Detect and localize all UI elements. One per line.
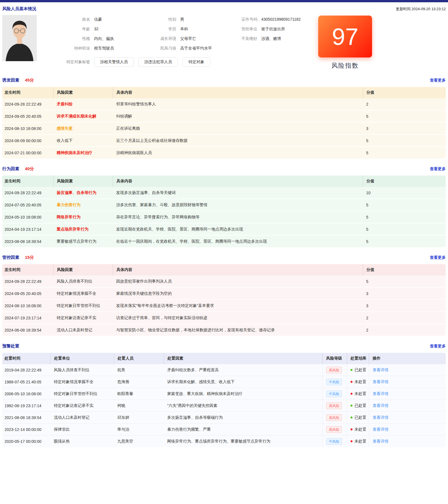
table-row: 2024-05-10 16:08:00网络异常行为存在异常言论、异常搜索行为、异… (2, 211, 446, 223)
cell-risk-level: 高风险 (322, 400, 347, 411)
cell-score: 2 (363, 324, 446, 336)
result-status-text: 已处置 (354, 403, 366, 408)
tag-chip[interactable]: 涉违法犯罪人员 (138, 57, 178, 67)
cell-disposal-result: 已处置 (347, 364, 369, 376)
field-value: 430502199809171182 (261, 17, 301, 22)
cell-disposal-unit: 风险人员排查不到位 (50, 364, 114, 376)
result-status-dot (351, 393, 353, 395)
cell-risk-factor: 矛盾纠纷 (53, 98, 113, 110)
cell-score: 3 (363, 300, 446, 311)
column-header: 分值 (363, 264, 446, 276)
table-row: 2024-09-05 20:40:05特定对象情况掌握不全家庭情况等关键信息字段… (2, 287, 446, 299)
view-more-link[interactable]: 查看更多 (430, 255, 446, 260)
top-accent-bar (0, 0, 448, 2)
cell-score: 5 (363, 135, 446, 146)
cell-risk-level: 中风险 (322, 435, 347, 447)
risk-index-label: 风险指数 (318, 61, 372, 70)
view-detail-link[interactable]: 查看详情 (373, 439, 388, 444)
profile-field: 性别男 (152, 17, 240, 22)
cell-disposal-factor: 矛盾纠纷次数多、严重程度高 (164, 364, 322, 376)
cell-detail-content: 涉精神疾病就医人员 (113, 147, 363, 159)
cell-risk-factor: 重要敏感节点异常行为 (53, 236, 113, 247)
profile-section: 姓名伍豪性别男证件号码430502199809171182年龄32学历本科管控单… (2, 15, 446, 70)
table-row: 1992-08-19 23:17:14特定对象访查记录不实柯晓“六失”诱因中的关… (2, 400, 446, 411)
field-value: 伍豪 (94, 17, 102, 22)
field-label: 成长环境 (152, 36, 176, 41)
profile-field: 特种职业校车驾驶员 (58, 46, 152, 51)
profile-field: 民风习俗高于全省平均水平 (152, 46, 240, 51)
table-row: 2024-07-05 20:40:05暴力伤害行为涉多次伤害、家庭暴力、斗殴、故… (2, 198, 446, 211)
cell-occur-time: 2024-09-28 22:22:49 (2, 187, 53, 198)
tag-chip[interactable]: 涉相关警情人员 (94, 57, 134, 67)
cell-disposal-time: 2019-04-28 22:22:49 (2, 364, 50, 376)
result-status-dot (351, 369, 353, 371)
cell-detail-content: 发现近期在党政机关、学校、医院、景区、商圈等同一地点周边多次出现 (113, 223, 363, 235)
cell-risk-level: 中风险 (322, 388, 347, 400)
column-header: 处置因素 (164, 353, 322, 364)
table-body: 2024-09-28 22:22:49矛盾纠纷邻里等纠纷警情当事人22024-0… (2, 98, 446, 159)
field-label: 民风习俗 (152, 46, 176, 51)
view-detail-link[interactable]: 查看详情 (373, 403, 388, 408)
field-label: 管控单位 (240, 27, 257, 32)
profile-field-row: 特种职业校车驾驶员民风习俗高于全省平均水平 (58, 46, 318, 51)
cell-disposal-result: 已处置 (347, 412, 369, 423)
cell-detail-content: 近三个月及以上无公积金或社保缴存数据 (113, 135, 363, 146)
tag-chip[interactable]: 特定对象 (182, 57, 210, 67)
cell-occur-time: 2024-08-10 16:08:00 (2, 123, 53, 134)
view-more-link[interactable]: 查看更多 (430, 166, 446, 172)
profile-field: 学历本科 (152, 27, 240, 32)
section-header: 行为因素 40分 查看更多 (2, 166, 446, 172)
table-row: 2024-08-10 16:08:00感情失意正在诉讼离婚3 (2, 122, 446, 134)
person-portrait-image (2, 15, 37, 61)
column-header: 分值 (363, 87, 446, 98)
view-detail-link[interactable]: 查看详情 (373, 415, 388, 420)
cell-score: 5 (363, 211, 446, 223)
cell-action: 查看详情 (369, 412, 446, 423)
view-more-link[interactable]: 查看更多 (430, 78, 446, 83)
profile-field: 管控单位坡子街派出所 (240, 27, 318, 32)
cell-occur-time: 2024-04-19 23:17:14 (2, 223, 53, 235)
cell-detail-content: 发现未落实“每半年全面走访考察一次特定对象”基本要求 (113, 300, 363, 311)
cell-detail-content: 存在异常言论、异常搜索行为、异常网络购物等 (113, 211, 363, 223)
cell-risk-factor: 重点场所异常行为 (53, 223, 113, 235)
table-header-row: 发生时间风险因素具体内容分值 (2, 176, 446, 187)
field-label: 特种职业 (58, 46, 90, 51)
result-status-text: 未处置 (354, 379, 366, 385)
cell-score: 2 (363, 312, 446, 324)
view-detail-link[interactable]: 查看详情 (373, 379, 388, 385)
section-score: 15分 (25, 255, 34, 260)
view-detail-link[interactable]: 查看详情 (373, 368, 388, 373)
table-body: 2024-09-28 22:22:49风险人员排查不到位因故意犯罪被作出刑事判决… (2, 276, 446, 336)
cell-disposal-unit: 保律非比 (50, 424, 114, 435)
column-header: 风险等级 (322, 353, 347, 364)
column-header: 具体内容 (113, 176, 363, 187)
control-factors-table: 发生时间风险因素具体内容分值 2024-09-28 22:22:49风险人员排查… (2, 264, 446, 336)
cell-occur-time: 2024-08-09 00:00:00 (2, 135, 53, 146)
cell-occur-time: 2024-09-05 20:40:05 (2, 288, 53, 299)
table-row: 2019-04-28 22:22:49风险人员排查不到位杭美矛盾纠纷次数多、严重… (2, 364, 446, 376)
view-more-link[interactable]: 查看更多 (430, 344, 446, 349)
behavior-factors-table: 发生时间风险因素具体内容分值 2024-09-28 22:22:49扬言滋事、自… (2, 176, 446, 247)
table-row: 2023-08-08 18:39:54重要敏感节点异常行为在临近十一国庆期间，在… (2, 235, 446, 247)
profile-photo (2, 15, 37, 61)
table-row: 2020-05-17 00:00:00眼须从热九思美空网络异常行为、重点场所异常… (2, 435, 446, 447)
profile-field-row: 年龄32学历本科管控单位坡子街派出所 (58, 27, 318, 32)
view-detail-link[interactable]: 查看详情 (373, 427, 388, 432)
result-status-text: 已处置 (354, 415, 366, 420)
column-header: 具体内容 (113, 264, 363, 276)
table-header-row: 发生时间风险因素具体内容分值 (2, 264, 446, 276)
cell-disposal-unit: 眼须从热 (50, 435, 114, 447)
result-status-dot (351, 417, 353, 418)
cell-score: 10 (363, 187, 446, 198)
field-label: 姓名 (58, 17, 90, 22)
risk-level-badge: 高风险 (326, 426, 342, 433)
cell-disposal-person: 杭美 (114, 364, 164, 376)
section-trigger-factors: 诱发因素 45分 查看更多 发生时间风险因素具体内容分值 2024-09-28 … (2, 78, 446, 159)
cell-risk-factor: 诉求不满或长期未化解 (53, 110, 113, 122)
cell-score: 2 (363, 98, 446, 110)
view-detail-link[interactable]: 查看详情 (373, 391, 388, 396)
cell-disposal-time: 1988-07-05 21:40:05 (2, 376, 50, 388)
table-row: 2024-08-10 16:08:00特定对象日常管控不到位发现未落实“每半年全… (2, 299, 446, 311)
field-label: 性格 (58, 36, 90, 41)
field-value: 高于全省平均水平 (180, 46, 212, 51)
